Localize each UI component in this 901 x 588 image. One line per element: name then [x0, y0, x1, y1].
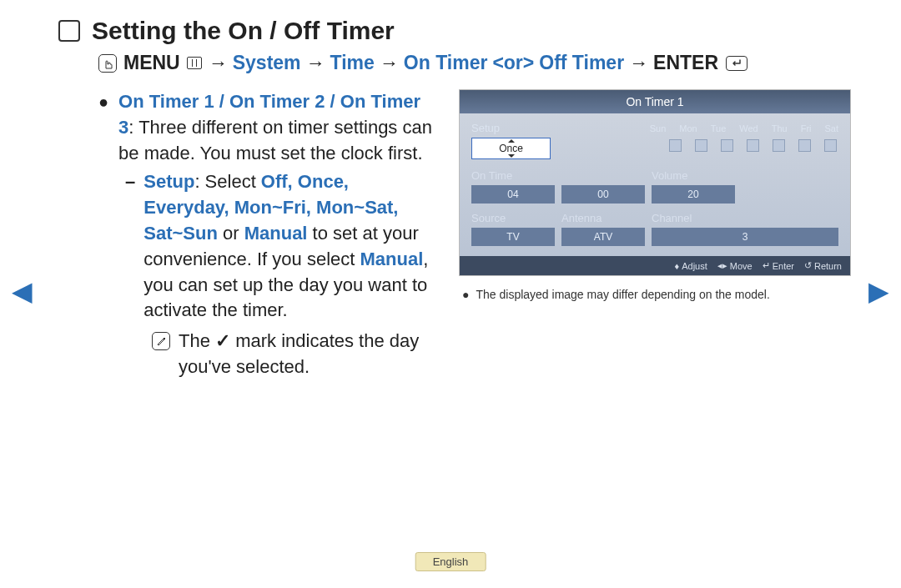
day-check[interactable]	[669, 139, 682, 152]
txt: or	[218, 223, 244, 244]
osd-on-time-label: On Time	[471, 169, 652, 182]
day-check[interactable]	[747, 139, 759, 152]
footer-move: Move	[730, 261, 753, 271]
paragraph-on-timer: On Timer 1 / On Timer 2 / On Timer 3: Th…	[118, 89, 434, 166]
osd-title: On Timer 1	[460, 90, 850, 113]
page-title: Setting the On / Off Timer	[92, 17, 395, 45]
day-check[interactable]	[773, 139, 785, 152]
footer-adjust: Adjust	[682, 261, 707, 271]
menu-label: MENU	[123, 52, 180, 74]
osd-volume-label: Volume	[652, 169, 687, 182]
day-wed: Wed	[739, 123, 758, 133]
nav-off-timer: Off Timer	[539, 52, 624, 74]
osd-caption: The displayed image may differ depending…	[476, 288, 769, 301]
osd-setup-label: Setup	[471, 122, 555, 134]
nav-or: <or>	[492, 52, 534, 74]
osd-minute[interactable]: 00	[561, 185, 645, 204]
osd-channel[interactable]: 3	[652, 228, 838, 246]
next-page-arrow[interactable]: ▶	[868, 275, 889, 307]
nav-time: Time	[330, 52, 375, 74]
txt: The	[179, 330, 215, 351]
day-check[interactable]	[798, 139, 811, 152]
day-tue: Tue	[711, 123, 727, 133]
enter-small-icon: ↵	[763, 260, 770, 271]
osd-antenna[interactable]: ATV	[561, 228, 645, 246]
nav-on-timer: On Timer	[404, 52, 488, 74]
day-check[interactable]	[824, 139, 837, 152]
prev-page-arrow[interactable]: ◀	[12, 275, 33, 307]
arrow: →	[380, 52, 399, 74]
day-mon: Mon	[679, 123, 697, 133]
setup-manual2: Manual	[360, 249, 424, 269]
nav-system: System	[233, 52, 301, 74]
bullet-icon: ●	[462, 288, 469, 301]
enter-label: ENTER	[653, 52, 718, 74]
day-fri: Fri	[801, 123, 812, 133]
osd-volume[interactable]: 20	[652, 185, 735, 204]
updown-icon: ♦	[675, 261, 680, 271]
section-bullet-icon	[58, 20, 80, 42]
on-timer-heading-tail: : Three different on timer settings can …	[118, 117, 432, 163]
note-text: The ✓ mark indicates the day you've sele…	[179, 329, 434, 380]
note-icon	[152, 332, 170, 350]
breadcrumb: MENU → System → Time → On Timer <or> Off…	[98, 52, 851, 74]
osd-source-label: Source	[471, 212, 561, 224]
setup-manual: Manual	[244, 223, 308, 244]
osd-channel-label: Channel	[652, 212, 692, 224]
osd-footer: ♦Adjust ◂▸Move ↵Enter ↺Return	[460, 256, 850, 275]
paragraph-setup: Setup: Select Off, Once, Everyday, Mon~F…	[143, 169, 434, 324]
language-badge[interactable]: English	[415, 552, 486, 571]
dash-icon: –	[125, 169, 135, 324]
osd-antenna-label: Antenna	[561, 212, 652, 224]
arrow: →	[209, 52, 228, 74]
hand-icon	[98, 54, 117, 73]
day-sat: Sat	[824, 123, 838, 133]
osd-setup-value[interactable]: Once	[471, 138, 551, 159]
osd-days-header: Sun Mon Tue Wed Thu Fri Sat	[555, 123, 838, 133]
osd-day-checks	[551, 138, 838, 159]
bullet-icon: ●	[98, 89, 108, 166]
menu-icon	[187, 57, 202, 69]
enter-icon	[726, 56, 747, 71]
txt: : Select	[194, 171, 260, 192]
setup-label: Setup	[143, 171, 194, 192]
day-check[interactable]	[721, 139, 733, 152]
day-sun: Sun	[650, 123, 667, 133]
arrow: →	[306, 52, 325, 74]
footer-enter: Enter	[773, 261, 794, 271]
osd-source[interactable]: TV	[471, 228, 555, 246]
osd-hour[interactable]: 04	[471, 185, 555, 204]
arrow: →	[629, 52, 648, 74]
check-icon: ✓	[215, 330, 230, 351]
osd-panel: On Timer 1 Setup Sun Mon Tue Wed Thu Fri…	[459, 89, 851, 276]
day-check[interactable]	[695, 139, 707, 152]
footer-return: Return	[814, 261, 842, 271]
leftright-icon: ◂▸	[717, 260, 727, 271]
day-thu: Thu	[772, 123, 788, 133]
return-icon: ↺	[804, 260, 812, 271]
